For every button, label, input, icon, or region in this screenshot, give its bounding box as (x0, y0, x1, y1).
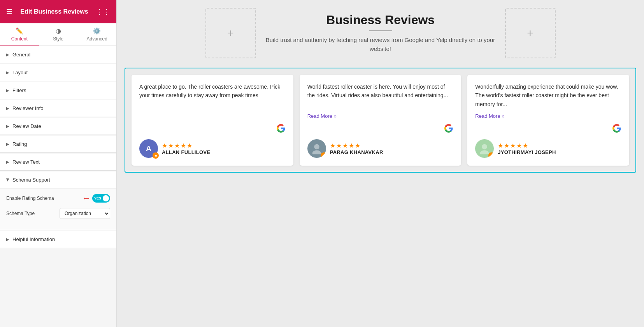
reviewer-info-3: ★ ★ ★ ★ ★ ★ Jyothirmayi Joseph (475, 139, 621, 158)
chevron-icon: ▶ (6, 142, 9, 146)
chevron-icon: ▶ (6, 88, 9, 93)
tab-style[interactable]: ◑ Style (39, 23, 78, 46)
review-text-2: World fastest roller coaster is here. Yo… (307, 82, 454, 108)
content-tab-icon: ✏️ (16, 27, 23, 35)
panel-title: Edit Business Reviews (20, 8, 88, 15)
accordion-helpful-information-header[interactable]: ▶ Helpful Information (0, 231, 116, 248)
accordion-helpful-information-label: Helpful Information (12, 236, 55, 242)
reviews-divider (369, 30, 392, 31)
reviewer-details-1: ★ ★ ★ ★ ★ Allan Fullilove (162, 142, 210, 155)
enable-rating-schema-toggle[interactable]: YES (92, 194, 110, 203)
accordion-layout-header[interactable]: ▶ Layout (0, 64, 116, 81)
avatar-badge-2: ★ (321, 152, 326, 158)
tab-advanced[interactable]: ⚙️ Advanced (77, 23, 116, 46)
accordion-layout: ▶ Layout (0, 64, 116, 81)
reviews-section-title: Business Reviews (264, 13, 497, 27)
svg-point-0 (314, 144, 319, 150)
avatar-1: A ★ (139, 139, 158, 158)
chevron-icon: ▶ (6, 52, 9, 57)
google-icon-1 (276, 124, 286, 133)
tab-advanced-label: Advanced (86, 36, 107, 42)
accordion-review-text: ▶ Review Text (0, 154, 116, 171)
review-text-3: Wonderfully amazing experience that coul… (475, 82, 621, 108)
reviewer-info-2: ★ ★ ★ ★ ★ ★ PARAG KHANAVKAR (307, 139, 454, 158)
review-card-1: A great place to go. The roller coasters… (132, 75, 293, 166)
reviewer-details-2: ★ ★ ★ ★ ★ PARAG KHANAVKAR (330, 142, 383, 155)
style-tab-icon: ◑ (56, 27, 61, 35)
accordion-schema-support: ▶ Schema Support Enable Rating Schema ← … (0, 171, 116, 230)
tab-content[interactable]: ✏️ Content (0, 23, 39, 46)
panel-tabs: ✏️ Content ◑ Style ⚙️ Advanced (0, 23, 116, 46)
tab-style-label: Style (53, 36, 63, 42)
review-cards-container: A great place to go. The roller coasters… (125, 68, 636, 173)
schema-type-label: Schema Type (6, 211, 60, 216)
reviewer-name-1: Allan Fullilove (162, 149, 210, 155)
reviewer-details-3: ★ ★ ★ ★ ★ Jyothirmayi Joseph (498, 142, 556, 155)
google-icon-2 (444, 124, 453, 133)
left-panel: ☰ Edit Business Reviews ⋮⋮ ✏️ Content ◑ … (0, 0, 117, 327)
reviewer-info-1: A ★ ★ ★ ★ ★ ★ Allan Fullilove (139, 139, 286, 158)
chevron-down-icon: ▶ (6, 178, 10, 182)
advanced-tab-icon: ⚙️ (93, 27, 101, 35)
toggle-yes-text: YES (94, 196, 101, 200)
enable-rating-schema-label: Enable Rating Schema (6, 196, 82, 201)
avatar-badge-3: ★ (488, 152, 494, 158)
read-more-3[interactable]: Read More » (475, 113, 621, 119)
stars-1: ★ ★ ★ ★ ★ (162, 142, 210, 149)
hamburger-icon[interactable]: ☰ (6, 7, 12, 16)
accordion-rating: ▶ Rating (0, 136, 116, 153)
svg-point-3 (480, 150, 489, 155)
schema-support-body: Enable Rating Schema ← YES (0, 188, 116, 230)
accordion-general: ▶ General (0, 46, 116, 63)
schema-type-row: Schema Type Organization LocalBusiness P… (6, 208, 110, 219)
accordion-review-text-header[interactable]: ▶ Review Text (0, 154, 116, 170)
reviewer-name-3: Jyothirmayi Joseph (498, 149, 556, 155)
avatar-3: ★ (475, 139, 494, 158)
accordion-filters-header[interactable]: ▶ Filters (0, 82, 116, 99)
reviews-title-block: Business Reviews Build trust and authori… (264, 13, 497, 53)
accordion-rating-header[interactable]: ▶ Rating (0, 136, 116, 152)
panel-header: ☰ Edit Business Reviews ⋮⋮ (0, 0, 116, 23)
accordion-schema-support-label: Schema Support (12, 177, 50, 183)
chevron-icon: ▶ (6, 237, 9, 241)
accordion-general-label: General (12, 52, 30, 58)
accordion-reviewer-info-label: Reviewer Info (12, 105, 43, 111)
svg-point-2 (482, 144, 488, 150)
arrow-indicator: ← YES (82, 193, 110, 203)
grid-icon[interactable]: ⋮⋮ (96, 7, 110, 16)
accordion-reviewer-info: ▶ Reviewer Info (0, 100, 116, 117)
avatar-photo-parag (311, 143, 323, 154)
review-card-3: Wonderfully amazing experience that coul… (467, 75, 629, 166)
reviews-section-subtitle: Build trust and authority by fetching re… (264, 36, 497, 53)
avatar-2: ★ (307, 139, 326, 158)
reviewer-name-2: PARAG KHANAVKAR (330, 149, 383, 155)
accordion-review-date-header[interactable]: ▶ Review Date (0, 118, 116, 135)
reviews-header: + Business Reviews Build trust and autho… (125, 8, 636, 58)
accordion-filters-label: Filters (12, 87, 26, 93)
accordion-reviewer-info-header[interactable]: ▶ Reviewer Info (0, 100, 116, 117)
review-card-2: World fastest roller coaster is here. Yo… (300, 75, 462, 166)
google-icon-3 (612, 124, 621, 133)
accordion-rating-label: Rating (12, 141, 27, 147)
chevron-icon: ▶ (6, 124, 9, 128)
chevron-icon: ▶ (6, 160, 9, 164)
read-more-2[interactable]: Read More » (307, 113, 454, 119)
add-widget-right[interactable]: + (505, 8, 556, 58)
accordion-review-date: ▶ Review Date (0, 118, 116, 135)
accordion-helpful-information: ▶ Helpful Information (0, 231, 116, 248)
tab-content-label: Content (11, 36, 28, 42)
accordion-general-header[interactable]: ▶ General (0, 46, 116, 63)
enable-rating-schema-row: Enable Rating Schema ← YES (6, 193, 110, 203)
stars-3: ★ ★ ★ ★ ★ (498, 142, 556, 149)
chevron-icon: ▶ (6, 106, 9, 110)
accordion-layout-label: Layout (12, 70, 28, 75)
chevron-icon: ▶ (6, 70, 9, 75)
avatar-badge-1: ★ (153, 152, 159, 159)
accordion-filters: ▶ Filters (0, 82, 116, 99)
accordion-review-text-label: Review Text (12, 159, 40, 165)
main-content: + Business Reviews Build trust and autho… (117, 0, 644, 327)
schema-type-select[interactable]: Organization LocalBusiness Product Perso… (60, 208, 110, 219)
accordion-schema-support-header[interactable]: ▶ Schema Support (0, 171, 116, 188)
stars-2: ★ ★ ★ ★ ★ (330, 142, 383, 149)
add-widget-left[interactable]: + (205, 8, 256, 58)
